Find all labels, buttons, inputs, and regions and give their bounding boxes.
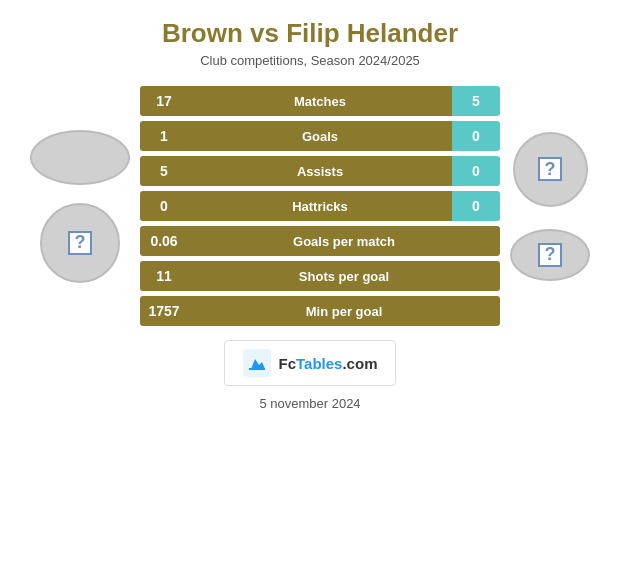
left-player-avatar-top	[30, 130, 130, 185]
stat-gpm-label: Goals per match	[188, 226, 500, 256]
stat-goals-right: 0	[452, 121, 500, 151]
page-title: Brown vs Filip Helander	[162, 18, 458, 49]
stat-mpg-left: 1757	[140, 296, 188, 326]
stat-matches-label: Matches	[188, 86, 452, 116]
right-player-avatar-bottom: ?	[510, 229, 590, 281]
fctables-logo-icon	[243, 349, 271, 377]
stat-row-assists: 5 Assists 0	[140, 156, 500, 186]
stat-spg-label: Shots per goal	[188, 261, 500, 291]
stat-spg-left: 11	[140, 261, 188, 291]
stat-goals-label: Goals	[188, 121, 452, 151]
stat-gpm-left: 0.06	[140, 226, 188, 256]
stat-row-shots-per-goal: 11 Shots per goal	[140, 261, 500, 291]
stat-hattricks-label: Hattricks	[188, 191, 452, 221]
stat-hattricks-left: 0	[140, 191, 188, 221]
stat-matches-left: 17	[140, 86, 188, 116]
page-subtitle: Club competitions, Season 2024/2025	[200, 53, 420, 68]
stat-mpg-label: Min per goal	[188, 296, 500, 326]
left-player-question-icon: ?	[68, 231, 92, 255]
stats-container: 17 Matches 5 1 Goals 0 5 Assists 0 0 Hat…	[140, 86, 500, 326]
stat-row-goals-per-match: 0.06 Goals per match	[140, 226, 500, 256]
right-player-avatar-top: ?	[513, 132, 588, 207]
stat-hattricks-right: 0	[452, 191, 500, 221]
main-content: ? 17 Matches 5 1 Goals 0 5 Assists 0 0	[10, 86, 610, 326]
logo-area: FcTables.com	[224, 340, 397, 386]
page-wrapper: Brown vs Filip Helander Club competition…	[0, 0, 620, 580]
right-player: ? ?	[510, 132, 590, 281]
right-player-question-icon-top: ?	[538, 157, 562, 181]
stat-row-hattricks: 0 Hattricks 0	[140, 191, 500, 221]
date-text: 5 november 2024	[259, 396, 360, 411]
right-player-question-icon-bottom: ?	[538, 243, 562, 267]
stat-goals-left: 1	[140, 121, 188, 151]
left-player: ?	[30, 130, 130, 283]
stat-row-min-per-goal: 1757 Min per goal	[140, 296, 500, 326]
stat-assists-label: Assists	[188, 156, 452, 186]
stat-row-matches: 17 Matches 5	[140, 86, 500, 116]
stat-row-goals: 1 Goals 0	[140, 121, 500, 151]
stat-assists-left: 5	[140, 156, 188, 186]
logo-text: FcTables.com	[279, 355, 378, 372]
left-player-avatar-main: ?	[40, 203, 120, 283]
stat-matches-right: 5	[452, 86, 500, 116]
stat-assists-right: 0	[452, 156, 500, 186]
svg-rect-1	[249, 368, 265, 370]
